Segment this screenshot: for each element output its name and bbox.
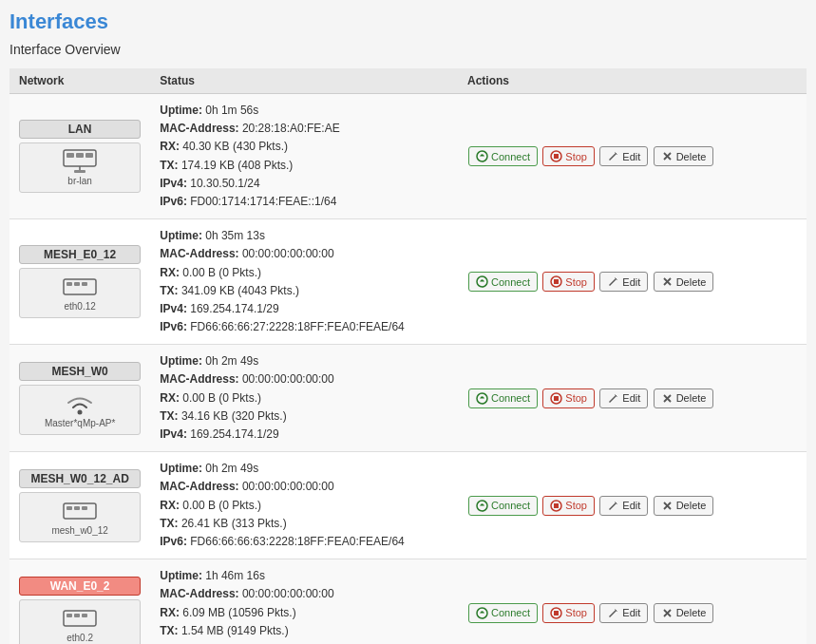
network-cell-1: MESH_E0_12 eth0.12 [9, 219, 150, 345]
connect-button-3[interactable]: Connect [468, 496, 538, 516]
svg-rect-13 [74, 282, 80, 286]
col-actions: Actions [458, 68, 807, 94]
edit-button-4[interactable]: Edit [599, 603, 648, 623]
connect-button-1[interactable]: Connect [468, 272, 538, 292]
col-status: Status [150, 68, 458, 94]
edit-button-0[interactable]: Edit [599, 146, 648, 166]
delete-button-0[interactable]: Delete [654, 146, 714, 166]
tx-label-1: TX: 341.09 KB (4043 Pkts.) [160, 284, 299, 297]
svg-point-20 [78, 409, 83, 414]
eth-icon [63, 606, 97, 631]
edit-icon-2 [607, 392, 619, 405]
stop-button-2[interactable]: Stop [542, 388, 595, 408]
ipv6-label-3: IPv6: FD66:66:66:63:2228:18FF:FEA0:FEAE/… [160, 535, 404, 548]
stop-icon-3 [550, 500, 562, 512]
rx-label-4: RX: 6.09 MB (10596 Pkts.) [160, 606, 295, 619]
actions-cell-2: Connect Stop Edit Delete [458, 345, 807, 452]
network-name-3: MESH_W0_12_AD [19, 469, 141, 488]
connect-button-4[interactable]: Connect [468, 603, 538, 623]
rx-label-1: RX: 0.00 B (0 Pkts.) [160, 266, 261, 279]
col-network: Network [9, 68, 150, 94]
connect-icon-4 [476, 607, 488, 619]
stop-icon-2 [550, 392, 562, 405]
iface-label-1: eth0.12 [64, 301, 95, 312]
svg-rect-38 [82, 614, 87, 617]
ipv4-label-1: IPv4: 169.254.174.1/29 [160, 302, 278, 315]
svg-rect-26 [64, 503, 96, 519]
page-subtitle: Interface Overview [9, 42, 807, 57]
tx-label-4: TX: 1.54 MB (9149 Pkts.) [160, 624, 288, 637]
svg-rect-27 [66, 506, 72, 510]
page-title: Interfaces [9, 9, 807, 34]
iface-label-3: mesh_w0_12 [51, 525, 107, 536]
network-icon-box-3: mesh_w0_12 [19, 492, 141, 542]
status-cell-4: Uptime: 1h 46m 16sMAC-Address: 00:00:00:… [150, 559, 458, 644]
svg-rect-12 [66, 282, 72, 286]
ipv4-label-2: IPv4: 169.254.174.1/29 [160, 427, 278, 441]
eth-icon [63, 275, 97, 299]
mac-label-4: MAC-Address: 00:00:00:00:00:00 [160, 587, 333, 600]
connect-icon-0 [476, 150, 488, 162]
stop-button-4[interactable]: Stop [542, 603, 595, 623]
connect-button-0[interactable]: Connect [468, 146, 538, 166]
network-icon-box-4: eth0.2 [19, 599, 141, 644]
table-row: LAN br-lanUptime: 0h 1m 56sMAC-Address: … [9, 94, 807, 219]
network-icon-box-2: Master*qMp-AP* [19, 385, 141, 435]
table-row: WAN_E0_2 eth0.2Uptime: 1h 46m 16sMAC-Add… [9, 559, 807, 644]
delete-icon-2 [661, 392, 674, 405]
status-cell-1: Uptime: 0h 35m 13sMAC-Address: 00:00:00:… [150, 219, 458, 345]
connect-button-2[interactable]: Connect [468, 388, 538, 408]
actions-cell-0: Connect Stop Edit Delete [458, 94, 807, 219]
tx-label-3: TX: 26.41 KB (313 Pkts.) [160, 517, 286, 530]
tx-label-2: TX: 34.16 KB (320 Pkts.) [160, 409, 286, 423]
mac-label-1: MAC-Address: 00:00:00:00:00:00 [160, 247, 333, 260]
connect-icon-1 [476, 275, 488, 288]
actions-cell-1: Connect Stop Edit Delete [458, 219, 807, 345]
ipv4-label-0: IPv4: 10.30.50.1/24 [160, 177, 259, 190]
svg-rect-23 [554, 396, 559, 401]
delete-button-3[interactable]: Delete [654, 496, 714, 516]
delete-icon-3 [661, 500, 674, 512]
edit-icon-4 [607, 607, 619, 619]
uptime-label-3: Uptime: 0h 2m 49s [160, 462, 258, 475]
connect-icon-2 [476, 392, 488, 405]
delete-button-2[interactable]: Delete [654, 388, 714, 408]
stop-button-1[interactable]: Stop [542, 272, 595, 292]
edit-button-2[interactable]: Edit [599, 388, 648, 408]
uptime-label-1: Uptime: 0h 35m 13s [160, 229, 265, 242]
svg-rect-35 [64, 611, 96, 626]
svg-rect-36 [66, 614, 72, 617]
table-row: MESH_W0_12_AD mesh_w0_12Uptime: 0h 2m 49… [9, 452, 807, 559]
svg-rect-37 [74, 614, 80, 617]
stop-icon-1 [550, 275, 562, 288]
svg-rect-41 [554, 611, 559, 616]
actions-cell-3: Connect Stop Edit Delete [458, 452, 807, 559]
status-cell-0: Uptime: 0h 1m 56sMAC-Address: 20:28:18:A… [150, 94, 458, 219]
eth-icon [63, 499, 97, 523]
delete-button-1[interactable]: Delete [654, 272, 714, 292]
edit-icon-0 [607, 150, 619, 162]
stop-icon-4 [550, 607, 562, 619]
network-name-4: WAN_E0_2 [19, 577, 141, 596]
edit-button-1[interactable]: Edit [599, 272, 648, 292]
uptime-label-2: Uptime: 0h 2m 49s [160, 354, 258, 368]
uptime-label-4: Uptime: 1h 46m 16s [160, 569, 265, 582]
svg-rect-0 [64, 150, 96, 166]
iface-label-2: Master*qMp-AP* [45, 418, 115, 428]
mac-label-3: MAC-Address: 00:00:00:00:00:00 [160, 480, 333, 493]
stop-button-0[interactable]: Stop [542, 146, 595, 166]
actions-cell-4: Connect Stop Edit Delete [458, 559, 807, 644]
delete-icon-0 [661, 150, 674, 162]
stop-button-3[interactable]: Stop [542, 496, 595, 516]
delete-button-4[interactable]: Delete [654, 603, 714, 623]
status-cell-2: Uptime: 0h 2m 49sMAC-Address: 00:00:00:0… [150, 345, 458, 452]
svg-rect-29 [82, 506, 87, 510]
network-cell-3: MESH_W0_12_AD mesh_w0_12 [9, 452, 150, 559]
network-cell-4: WAN_E0_2 eth0.2 [9, 559, 150, 644]
table-row: MESH_E0_12 eth0.12Uptime: 0h 35m 13sMAC-… [9, 219, 807, 345]
ipv6-label-1: IPv6: FD66:66:66:27:2228:18FF:FEA0:FEAE/… [160, 320, 404, 333]
svg-rect-2 [76, 153, 84, 158]
edit-button-3[interactable]: Edit [599, 496, 648, 516]
status-cell-3: Uptime: 0h 2m 49sMAC-Address: 00:00:00:0… [150, 452, 458, 559]
network-icon-box-0: br-lan [19, 142, 141, 193]
